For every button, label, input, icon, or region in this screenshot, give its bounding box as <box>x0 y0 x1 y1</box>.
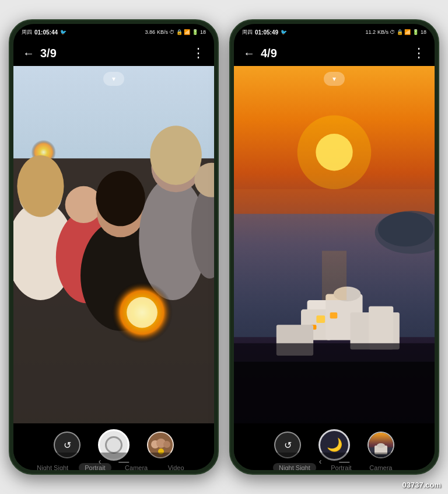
status-signal-1: 3.86 <box>145 29 155 35</box>
refresh-icon-1: ↺ <box>64 440 71 451</box>
svg-rect-26 <box>234 189 435 214</box>
svg-point-5 <box>65 186 102 223</box>
status-left-1: 周四 01:05:44 🐦 <box>22 29 66 36</box>
sunset-photo-svg <box>234 66 435 423</box>
dropdown-button-2[interactable]: ▾ <box>324 72 345 86</box>
phone-2: 周四 01:05:49 🐦 11.2 KB/s ⏱ 🔒 📶 🔋 18 ← 4/9… <box>229 19 439 475</box>
svg-point-15 <box>96 171 145 226</box>
status-signal-2: 11.2 <box>365 29 376 35</box>
svg-point-17 <box>150 126 202 185</box>
status-day-2: 周四 <box>242 29 253 36</box>
top-bar-2: ← 4/9 ⋮ <box>234 40 435 66</box>
photo-group-1: ▾ <box>13 66 214 423</box>
dropdown-button-1[interactable]: ▾ <box>103 72 124 86</box>
phone-1: 周四 01:05:44 🐦 3.86 KB/s ⏱ 🔒 📶 🔋 18 ← 3/9… <box>9 19 219 475</box>
svg-rect-41 <box>322 251 346 300</box>
svg-rect-42 <box>234 361 435 423</box>
status-icons-1: KB/s ⏱ 🔒 📶 🔋 <box>157 29 198 35</box>
svg-point-13 <box>127 297 158 328</box>
camera-icon-1 <box>105 436 123 454</box>
svg-rect-39 <box>369 307 393 350</box>
status-battery-1: 18 <box>200 29 206 35</box>
group-photo-svg <box>13 66 214 423</box>
nav-back-2[interactable]: ‹ <box>319 457 322 466</box>
svg-point-46 <box>377 443 385 448</box>
status-right-1: 3.86 KB/s ⏱ 🔒 📶 🔋 18 <box>145 29 206 35</box>
svg-point-21 <box>163 441 170 448</box>
phone-1-screen: 周四 01:05:44 🐦 3.86 KB/s ⏱ 🔒 📶 🔋 18 ← 3/9… <box>13 24 214 470</box>
nav-home-2: — <box>339 455 349 468</box>
status-bar-1: 周四 01:05:44 🐦 3.86 KB/s ⏱ 🔒 📶 🔋 18 <box>13 24 214 40</box>
back-button-1[interactable]: ← <box>23 47 34 60</box>
refresh-icon-2: ↺ <box>284 440 292 451</box>
more-button-2[interactable]: ⋮ <box>412 46 425 61</box>
svg-point-16 <box>17 155 64 217</box>
status-bar-2: 周四 01:05:49 🐦 11.2 KB/s ⏱ 🔒 📶 🔋 18 <box>234 24 435 40</box>
svg-rect-35 <box>330 312 338 319</box>
watermark: 03737.com <box>402 481 442 489</box>
status-icon-2: 🐦 <box>281 29 287 35</box>
status-day-1: 周四 <box>22 29 32 36</box>
status-time-2: 01:05:49 <box>255 29 278 36</box>
photo-area-1: ▾ <box>13 66 214 423</box>
photo-count-1: 3/9 <box>40 47 57 60</box>
svg-point-25 <box>298 115 372 189</box>
nav-bar-1: ‹ — <box>13 453 214 470</box>
top-bar-left-1: ← 3/9 <box>23 47 57 60</box>
status-left-2: 周四 01:05:49 🐦 <box>242 29 287 36</box>
top-bar-1: ← 3/9 ⋮ <box>13 40 214 66</box>
page-container: 周四 01:05:44 🐦 3.86 KB/s ⏱ 🔒 📶 🔋 18 ← 3/9… <box>0 0 448 494</box>
photo-sunset-2: ▾ <box>234 66 435 423</box>
status-battery-2: 18 <box>421 29 426 35</box>
nav-bar-2: ‹ — <box>234 453 435 470</box>
photo-area-2: ▾ <box>234 66 435 423</box>
svg-rect-34 <box>316 315 325 323</box>
nav-back-1[interactable]: ‹ <box>99 457 102 466</box>
moon-icon-2: 🌙 <box>327 437 342 453</box>
svg-point-29 <box>378 212 433 246</box>
top-bar-left-2: ← 4/9 <box>243 47 277 60</box>
dropdown-chevron-1: ▾ <box>112 75 116 83</box>
phone-2-screen: 周四 01:05:49 🐦 11.2 KB/s ⏱ 🔒 📶 🔋 18 ← 4/9… <box>234 24 435 470</box>
back-button-2[interactable]: ← <box>243 47 255 60</box>
nav-home-1: — <box>118 455 129 468</box>
status-icons-2: KB/s ⏱ 🔒 📶 🔋 <box>377 29 419 35</box>
more-button-1[interactable]: ⋮ <box>192 46 205 61</box>
status-icon-1: 🐦 <box>60 29 66 35</box>
photo-count-2: 4/9 <box>261 47 277 60</box>
status-time-1: 01:05:44 <box>34 29 58 36</box>
dropdown-chevron-2: ▾ <box>332 75 336 83</box>
status-right-2: 11.2 KB/s ⏱ 🔒 📶 🔋 18 <box>365 29 426 35</box>
